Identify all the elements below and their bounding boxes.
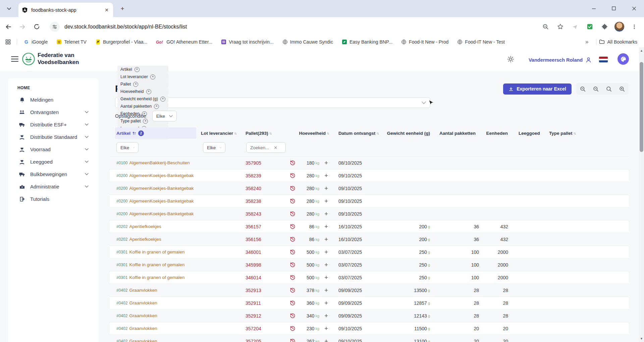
column-header-leeggoed[interactable]: Leeggoed (509, 131, 541, 136)
sidebar-item-voorraad[interactable]: Voorraad (8, 143, 99, 156)
page-scrollbar[interactable]: ▲ ▼ (639, 47, 644, 342)
table-row[interactable]: #0202Aperitiefkoekjes 356156 86kg + 16/1… (110, 233, 629, 245)
add-icon[interactable]: + (320, 195, 332, 207)
sidebar-item-bulkbewegingen[interactable]: Bulkbewegingen (8, 168, 99, 180)
tab-search-button[interactable] (5, 4, 13, 13)
add-icon[interactable]: + (320, 208, 332, 220)
filter-chip[interactable]: Pallet ✕ (117, 80, 168, 88)
forward-button[interactable] (17, 21, 28, 33)
bookmark-item[interactable]: Food-It New - Prod (401, 39, 448, 45)
add-icon[interactable]: + (320, 220, 332, 233)
theme-palette-button[interactable] (618, 53, 629, 65)
history-icon[interactable] (287, 309, 299, 322)
remove-chip-icon[interactable]: ✕ (160, 97, 165, 102)
add-icon[interactable]: + (320, 169, 332, 182)
table-row[interactable]: #0301Koffie in granen of gemalen 346001 … (110, 245, 629, 258)
zoom-out-icon-2[interactable] (589, 83, 602, 95)
bookmark-item[interactable]: Vraag tot inschrijvin... (221, 39, 273, 45)
menu-hamburger-icon[interactable] (11, 56, 18, 62)
remove-chip-icon[interactable]: ✕ (143, 119, 148, 124)
zoom-indicator-icon[interactable] (540, 22, 550, 32)
history-icon[interactable] (287, 233, 299, 245)
sidebar-item-distributie-standaard[interactable]: Distributie Standaard (8, 131, 99, 143)
add-icon[interactable]: + (320, 157, 332, 169)
profile-avatar[interactable] (614, 21, 625, 32)
column-header-gewicht[interactable]: Gewicht eenheid (g) (381, 131, 431, 136)
sidebar-item-ontvangsten[interactable]: Ontvangsten (8, 106, 99, 118)
add-icon[interactable]: + (320, 246, 332, 258)
table-row[interactable]: #0301Koffie in granen of gemalen 346014 … (110, 271, 629, 284)
column-header-pallet[interactable]: Pallet(293)↑↓ (243, 131, 299, 136)
table-row[interactable]: #0402Graanvlokken 357205 262kg + 09/10/2… (110, 335, 629, 342)
table-row[interactable]: #0402Graanvlokken 352913 378kg + 09/09/2… (110, 284, 629, 296)
filter-chip[interactable]: Hoeveelheid ✕ (117, 88, 168, 95)
table-row[interactable]: #0200AlgemeenKoekjes-Banketgebak 358238 … (110, 194, 629, 207)
search-icon[interactable] (602, 83, 615, 95)
history-icon[interactable] (287, 182, 299, 194)
chips-dropdown-chevron-icon[interactable] (422, 101, 428, 104)
table-row[interactable]: #0301Koffie in granen of gemalen 345998 … (110, 258, 629, 271)
zoom-out-icon[interactable] (576, 83, 589, 95)
add-icon[interactable]: + (320, 335, 332, 342)
remove-chip-icon[interactable]: ✕ (133, 82, 138, 87)
window-close-button[interactable] (627, 3, 641, 13)
history-icon[interactable] (287, 157, 299, 169)
sidebar-item-tutorials[interactable]: Tutorials (8, 193, 99, 205)
remove-chip-icon[interactable]: ✕ (150, 74, 155, 79)
table-row[interactable]: #0402Graanvlokken 357204 230kg + 09/10/2… (110, 322, 629, 335)
history-icon[interactable] (287, 220, 299, 233)
column-header-type-pallet[interactable]: Type pallet↑↓ (541, 131, 629, 136)
history-icon[interactable] (287, 335, 299, 342)
history-icon[interactable] (287, 284, 299, 296)
tab-close-icon[interactable]: ✕ (104, 7, 110, 13)
add-icon[interactable]: + (320, 284, 332, 296)
reload-button[interactable] (31, 21, 42, 33)
column-header-datum[interactable]: Datum ontvangst↑↓ (332, 131, 381, 136)
bookmark-item[interactable]: Go! GO! Atheneum Etter... (156, 39, 212, 45)
all-bookmarks-button[interactable]: All Bookmarks (599, 39, 637, 45)
bookmark-item[interactable]: G iGoogle (24, 39, 48, 45)
lot-filter-select[interactable]: Elke (203, 142, 225, 153)
history-icon[interactable] (287, 271, 299, 284)
table-row[interactable]: #0200AlgemeenKoekjes-Banketgebak 358240 … (110, 182, 629, 194)
zoom-in-icon[interactable] (615, 83, 629, 95)
table-row[interactable]: #0200AlgemeenKoekjes-Banketgebak 358239 … (110, 169, 629, 182)
url-bar[interactable]: dev.stock.foodbanksit.be/stock/app/nl-BE… (64, 24, 540, 30)
bookmark-item[interactable]: Telenet TV (56, 39, 87, 45)
bookmark-star-icon[interactable] (555, 22, 565, 32)
table-row[interactable]: #0100AlgemeenBakkerij-Beschuiten 357905 … (110, 156, 629, 169)
filter-chip[interactable]: Artikel ✕ (117, 66, 168, 73)
bookmark-item[interactable]: Easy Banking BNP... (342, 39, 392, 45)
sidebar-item-leeggoed[interactable]: Leeggoed (8, 156, 99, 168)
scrollbar-thumb[interactable] (640, 62, 643, 152)
history-icon[interactable] (287, 259, 299, 271)
column-header-aantal[interactable]: Aantal pakketten (431, 131, 480, 136)
theme-toggle-sun-icon[interactable] (507, 56, 514, 63)
extensions-puzzle-icon[interactable] (599, 22, 609, 32)
clear-search-icon[interactable]: ✕ (274, 145, 277, 150)
column-header-artikel[interactable]: Artikel 2 (115, 127, 196, 139)
pallet-search-input[interactable]: Zoeken... ✕ (246, 142, 286, 153)
history-icon[interactable] (287, 322, 299, 335)
column-header-lot[interactable]: Lot leverancier↑↓ (196, 131, 243, 136)
history-icon[interactable] (287, 297, 299, 309)
user-menu[interactable]: Vandermeersch Roland (529, 57, 592, 63)
add-icon[interactable]: + (320, 259, 332, 271)
storage-condition-select[interactable]: Elke (152, 111, 177, 121)
column-header-eenheden[interactable]: Eenheden (480, 131, 509, 136)
new-tab-button[interactable]: + (118, 4, 127, 13)
history-icon[interactable] (287, 169, 299, 182)
site-info-icon[interactable] (50, 22, 60, 32)
add-icon[interactable]: + (320, 309, 332, 322)
sidebar-item-administratie[interactable]: Administratie (8, 180, 99, 193)
add-icon[interactable]: + (320, 297, 332, 309)
artikel-filter-select[interactable]: Elke (116, 142, 139, 153)
browser-menu-icon[interactable] (629, 22, 639, 32)
sidebar-item-distributie-esf-[interactable]: Distributie ESF+ (8, 118, 99, 131)
bookmark-item[interactable]: Immo Cauwe Syndic (282, 39, 333, 45)
table-row[interactable]: #0402Graanvlokken 352912 340kg + 09/09/2… (110, 309, 629, 322)
scrollbar-up-arrow[interactable]: ▲ (639, 48, 644, 53)
remove-chip-icon[interactable]: ✕ (154, 104, 159, 109)
add-icon[interactable]: + (320, 182, 332, 194)
extension-icon-green-check[interactable] (585, 22, 595, 32)
